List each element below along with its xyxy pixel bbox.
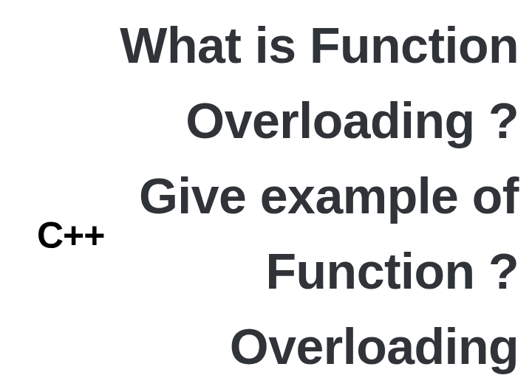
document-container: What is Function Overloading ? Give exam… (0, 0, 532, 392)
language-label: C++ (37, 214, 105, 257)
question-heading: What is Function Overloading ? Give exam… (90, 7, 519, 384)
